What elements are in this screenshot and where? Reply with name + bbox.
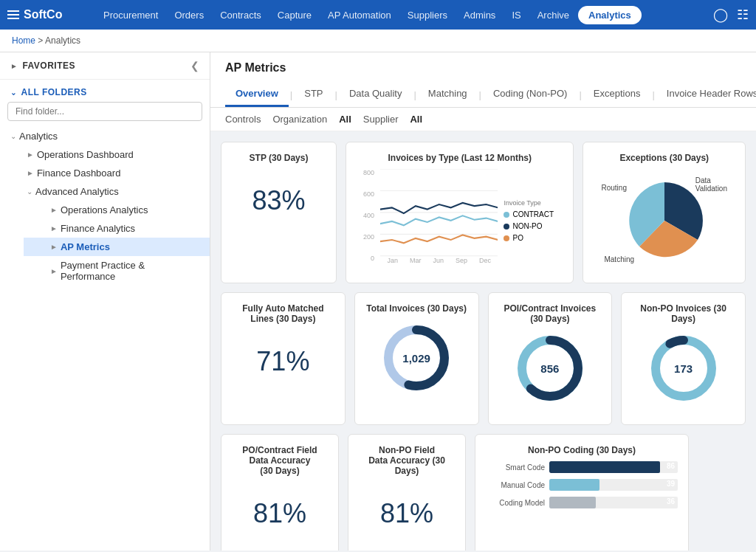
card-nonpo-coding: Non-PO Coding (30 Days) Smart Code 86 Ma… (475, 434, 689, 551)
bar-fill (549, 479, 599, 491)
card-po-accuracy: PO/Contract FieldData Accuracy(30 Days) … (221, 434, 339, 551)
main-content: AP Metrics Overview|STP|Data Quality|Mat… (210, 52, 756, 551)
supplier-val[interactable]: All (410, 114, 422, 125)
analytics-label: Analytics (19, 131, 58, 142)
analytics-chevron: ⌄ (10, 132, 16, 140)
line-chart-svg (380, 169, 498, 258)
tab-separator: | (650, 89, 656, 100)
breadcrumb-home[interactable]: Home (12, 35, 35, 46)
tab-coding-non-po-[interactable]: Coding (Non-PO) (483, 82, 577, 107)
bar-track: 36 (549, 497, 678, 508)
tab-exceptions[interactable]: Exceptions (583, 82, 651, 107)
sidebar-collapse-icon[interactable]: ❮ (190, 60, 199, 72)
main-nav: ProcurementOrdersContractsCaptureAP Auto… (96, 5, 706, 25)
all-folders-chevron: ⌄ (10, 89, 17, 97)
card-total-title: Total Invoices (30 Days) (365, 303, 468, 314)
card-exceptions-title: Exceptions (30 Days) (594, 153, 735, 163)
nav-icons: ◯ ☷ (713, 7, 749, 23)
analytics-children: ► Operations Dashboard ► Finance Dashboa… (0, 145, 210, 286)
card-auto-matched-title: Fully Auto Matched Lines (30 Days) (232, 303, 334, 324)
nav-item-is[interactable]: IS (504, 5, 528, 25)
tab-data-quality[interactable]: Data Quality (339, 82, 413, 107)
bar-track: 86 (549, 461, 678, 473)
nav-item-archive[interactable]: Archive (530, 5, 577, 25)
main-layout: ► FAVORITES ❮ ⌄ ALL FOLDERS ⌄ Analytics … (0, 52, 756, 551)
nav-item-orders[interactable]: Orders (167, 5, 211, 25)
chevron-icon: ► (27, 151, 34, 159)
chevron-icon: ► (27, 169, 34, 177)
logo-text: SoftCo (24, 8, 62, 21)
all-folders-label: ALL FOLDERS (21, 87, 87, 97)
hamburger-icon[interactable] (7, 10, 19, 19)
page-title: AP Metrics (225, 61, 741, 75)
bar-row-smart: Smart Code 86 (486, 461, 678, 473)
tree-item-analytics[interactable]: ⌄ Analytics (0, 127, 210, 145)
top-nav: SoftCo ProcurementOrdersContractsCapture… (0, 0, 756, 30)
card-stp-title: STP (30 Days) (232, 153, 326, 163)
pie-chart-container: Data Validation Routing Matching (594, 169, 735, 272)
favorites-chevron[interactable]: ► (10, 62, 18, 70)
item-label: Payment Practice & Performance (61, 260, 199, 282)
card-coding-title: Non-PO Coding (30 Days) (486, 445, 678, 455)
nav-item-capture[interactable]: Capture (270, 5, 319, 25)
card-invoices-title: Invoices by Type (Last 12 Months) (357, 153, 563, 163)
breadcrumb-sep: > (38, 35, 43, 46)
donut-poi-label: 856 (540, 362, 559, 375)
sidebar-item-ap-metrics[interactable]: ► AP Metrics (24, 238, 210, 256)
nav-item-suppliers[interactable]: Suppliers (400, 5, 455, 25)
nav-item-analytics[interactable]: Analytics (578, 6, 642, 24)
chevron-icon: ⌄ (27, 187, 32, 196)
tab-invoice-header-rows[interactable]: Invoice Header Rows (656, 82, 756, 107)
bar-chart: Smart Code 86 Manual Code 39 (486, 461, 678, 508)
chevron-icon: ► (50, 224, 58, 232)
card-stp: STP (30 Days) 83% (221, 142, 337, 283)
breadcrumb: Home > Analytics (0, 30, 756, 52)
bar-label: Coding Model (486, 499, 545, 507)
filter-bar: Controls Organization All Supplier All (210, 108, 756, 131)
logo[interactable]: SoftCo (7, 8, 81, 21)
sidebar-item-advanced-analytics[interactable]: ⌄ Advanced Analytics (12, 182, 210, 201)
sidebar-item-finance-dashboard[interactable]: ► Finance Dashboard (12, 164, 210, 182)
card-poi-title: POI/Contract Invoices (30 Days) (499, 303, 602, 324)
tab-separator: | (478, 89, 483, 100)
donut-total-label: 1,029 (402, 352, 430, 365)
tab-stp[interactable]: STP (294, 82, 333, 107)
org-val[interactable]: All (339, 114, 351, 125)
tab-separator: | (289, 89, 294, 100)
nav-item-contracts[interactable]: Contracts (213, 5, 269, 25)
bar-track: 39 (549, 479, 678, 491)
sidebar-item-finance-analytics[interactable]: ► Finance Analytics (24, 219, 210, 238)
sidebar-item-operations-analytics[interactable]: ► Operations Analytics (24, 201, 210, 219)
tab-matching[interactable]: Matching (418, 82, 478, 107)
bar-label: Manual Code (486, 481, 545, 489)
legend-contract: CONTRACT (504, 210, 563, 218)
donut-non-po: 173 (632, 331, 735, 405)
controls-label[interactable]: Controls (225, 114, 261, 125)
org-label: Organization (272, 114, 327, 125)
chevron-icon: ► (50, 267, 58, 275)
card-nonpo-accuracy: Non-PO FieldData Accuracy (30 Days) 81% (348, 434, 466, 551)
supplier-label: Supplier (363, 114, 399, 125)
chevron-icon: ► (50, 243, 58, 251)
card-poi-contract: POI/Contract Invoices (30 Days) 856 (488, 292, 613, 425)
grid-icon[interactable]: ☷ (737, 7, 749, 23)
nav-item-procurement[interactable]: Procurement (96, 5, 165, 25)
sidebar-all-folders[interactable]: ⌄ ALL FOLDERS (0, 80, 210, 102)
nav-item-ap-automation[interactable]: AP Automation (320, 5, 399, 25)
tab-separator: | (577, 89, 583, 100)
tab-overview[interactable]: Overview (225, 82, 289, 107)
bar-fill (549, 461, 660, 473)
sidebar: ► FAVORITES ❮ ⌄ ALL FOLDERS ⌄ Analytics … (0, 52, 210, 551)
donut-non-po-label: 173 (674, 362, 693, 375)
nav-item-admins[interactable]: Admins (456, 5, 503, 25)
search-input[interactable] (7, 102, 202, 121)
item-label: Operations Analytics (61, 204, 199, 215)
sidebar-item-operations-dashboard[interactable]: ► Operations Dashboard (12, 145, 210, 164)
user-icon[interactable]: ◯ (713, 7, 728, 23)
advanced-analytics-children: ► Operations Analytics ► Finance Analyti… (12, 201, 210, 286)
card-po-accuracy-title: PO/Contract FieldData Accuracy(30 Days) (232, 445, 328, 476)
card-row-1: STP (30 Days) 83% Invoices by Type (Last… (221, 142, 746, 283)
item-label: Advanced Analytics (35, 186, 199, 197)
item-label: Operations Dashboard (37, 149, 199, 160)
sidebar-item-payment-practice[interactable]: ► Payment Practice & Performance (24, 256, 210, 286)
